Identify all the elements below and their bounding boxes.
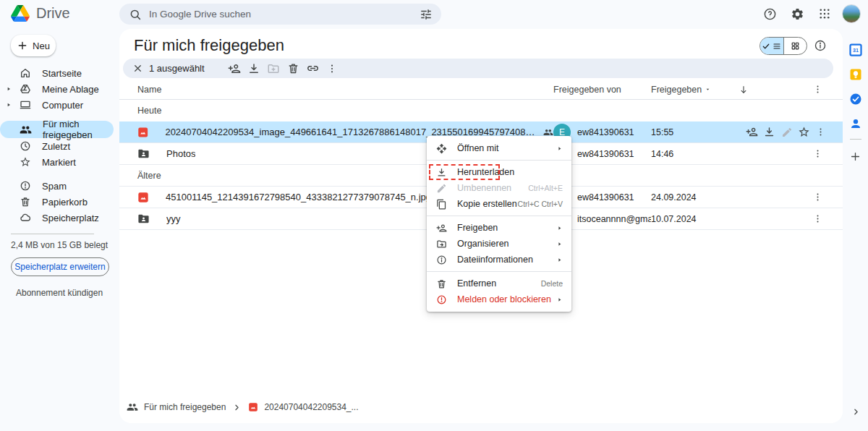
menu-item-herunterladen[interactable]: Herunterladen — [427, 164, 571, 180]
header-name[interactable]: Name — [137, 85, 161, 95]
plus-icon — [849, 150, 861, 163]
row-more-button[interactable] — [812, 148, 823, 159]
settings-button[interactable] — [787, 4, 807, 24]
help-button[interactable] — [760, 4, 780, 24]
sidebar-item-fuer-mich-freigegeben[interactable]: Für mich freigegeben — [0, 121, 114, 138]
row-download-button[interactable] — [763, 126, 775, 138]
account-avatar[interactable] — [842, 4, 861, 23]
upgrade-storage-button[interactable]: Speicherplatz erweitern — [11, 257, 109, 276]
sidebar-item-label: Spam — [42, 181, 67, 192]
header-more-icon[interactable] — [812, 84, 823, 95]
home-icon — [20, 67, 31, 79]
menu-item-organisieren[interactable]: Organisieren — [427, 236, 571, 252]
list-view-icon — [773, 42, 781, 51]
clear-selection-button[interactable] — [129, 60, 146, 77]
delete-button[interactable] — [284, 60, 303, 77]
contacts-button[interactable] — [843, 113, 868, 135]
apps-grid-button[interactable] — [814, 4, 835, 24]
trash-icon — [436, 278, 447, 289]
sidebar-item-spam[interactable]: Spam — [0, 178, 119, 194]
submenu-arrow-icon — [556, 225, 563, 231]
menu-item-dateiinformationen[interactable]: Dateiinformationen — [427, 252, 571, 268]
cancel-subscription-link[interactable]: Abonnement kündigen — [16, 288, 119, 298]
person-add-icon — [746, 126, 758, 138]
calendar-button[interactable]: 31 — [843, 39, 868, 61]
expand-caret-icon[interactable] — [6, 102, 12, 108]
more-actions-button[interactable] — [323, 60, 342, 77]
owner-name: ew841390631 — [577, 192, 634, 202]
new-button[interactable]: Neu — [11, 35, 56, 56]
close-icon — [132, 63, 143, 74]
row-star-button[interactable] — [798, 126, 810, 138]
menu-item-melden-oder-blockieren[interactable]: Melden oder blockieren — [427, 291, 571, 307]
header-shared[interactable]: Freigegeben — [651, 85, 711, 95]
breadcrumb-location[interactable]: Für mich freigegeben — [127, 401, 226, 413]
get-addons-button[interactable] — [843, 145, 868, 167]
file-name: 451001145_1214391672798540_4333821277379… — [166, 192, 431, 202]
menu-divider — [427, 216, 571, 216]
keep-button[interactable] — [843, 64, 868, 85]
contacts-icon — [849, 117, 862, 130]
page-title: Für mich freigegeben — [134, 36, 284, 55]
row-rename-button[interactable] — [781, 127, 793, 138]
share-button[interactable] — [225, 60, 244, 77]
sidebar-item-speicherplatz[interactable]: Speicherplatz — [0, 210, 119, 226]
menu-divider — [427, 271, 571, 272]
trash-icon — [287, 62, 299, 74]
copy-link-button[interactable] — [303, 60, 323, 77]
app-name: Drive — [36, 5, 70, 22]
details-button[interactable] — [814, 39, 827, 52]
menu-item-umbenennen[interactable]: Umbenennen Ctrl+Alt+E — [427, 180, 571, 196]
sidebar-item-markiert[interactable]: Markiert — [0, 154, 119, 170]
row-share-button[interactable] — [746, 126, 758, 138]
new-button-label: Neu — [33, 40, 50, 51]
tasks-button[interactable] — [843, 88, 868, 110]
sidebar-item-computer[interactable]: Computer — [0, 97, 119, 113]
search-input[interactable] — [149, 9, 412, 20]
move-to-folder-button[interactable] — [264, 60, 284, 77]
hide-panel-chevron[interactable] — [851, 407, 861, 417]
expand-caret-icon[interactable] — [6, 86, 12, 92]
sidebar-item-label: Zuletzt — [42, 141, 70, 152]
more-vertical-icon — [812, 192, 823, 202]
file-name: Photos — [166, 148, 195, 159]
sidebar-item-meine-ablage[interactable]: Meine Ablage — [0, 81, 119, 97]
row-more-button[interactable] — [815, 127, 826, 137]
sidebar-item-zuletzt[interactable]: Zuletzt — [0, 138, 119, 154]
shared-date: 10.07.2024 — [651, 214, 697, 224]
download-icon — [247, 62, 260, 75]
row-more-button[interactable] — [812, 192, 823, 202]
menu-item-kopie-erstellen[interactable]: Kopie erstellen Ctrl+C Ctrl+V — [427, 196, 571, 212]
sidebar-item-papierkorb[interactable]: Papierkorb — [0, 194, 119, 210]
open-with-icon — [436, 143, 447, 154]
shared-people-icon — [20, 124, 32, 136]
header-shared-by[interactable]: Freigegeben von — [553, 85, 621, 95]
chevron-right-icon — [851, 407, 861, 417]
drive-logo[interactable]: Drive — [11, 5, 70, 22]
list-view-button[interactable] — [760, 38, 783, 54]
sidebar-item-label: Markiert — [42, 157, 76, 168]
sidebar-item-startseite[interactable]: Startseite — [0, 65, 119, 81]
svg-text:31: 31 — [853, 48, 859, 54]
shared-people-icon — [127, 401, 138, 413]
search-options-icon[interactable] — [420, 8, 433, 21]
spam-icon — [20, 180, 31, 192]
menu-item-freigeben[interactable]: Freigeben — [427, 220, 571, 236]
cloud-icon — [20, 212, 31, 223]
my-drive-icon — [20, 83, 31, 95]
grid-view-button[interactable] — [783, 38, 807, 54]
pencil-icon — [436, 183, 447, 194]
more-vertical-icon — [326, 63, 338, 74]
search-bar[interactable] — [119, 4, 441, 25]
submenu-arrow-icon — [556, 296, 563, 303]
trash-icon — [20, 196, 31, 208]
row-more-button[interactable] — [812, 213, 823, 224]
sidebar-nav: Startseite Meine Ablage Computer Für mic… — [0, 65, 119, 226]
report-icon — [436, 294, 447, 305]
download-button[interactable] — [244, 60, 264, 77]
menu-item-entfernen[interactable]: Entfernen Delete — [427, 276, 571, 291]
download-icon — [763, 126, 775, 138]
breadcrumb-file[interactable]: 20240704042209534_... — [248, 402, 358, 412]
help-icon — [763, 7, 777, 21]
menu-item-oeffnen-mit[interactable]: Öffnen mit — [427, 140, 571, 156]
